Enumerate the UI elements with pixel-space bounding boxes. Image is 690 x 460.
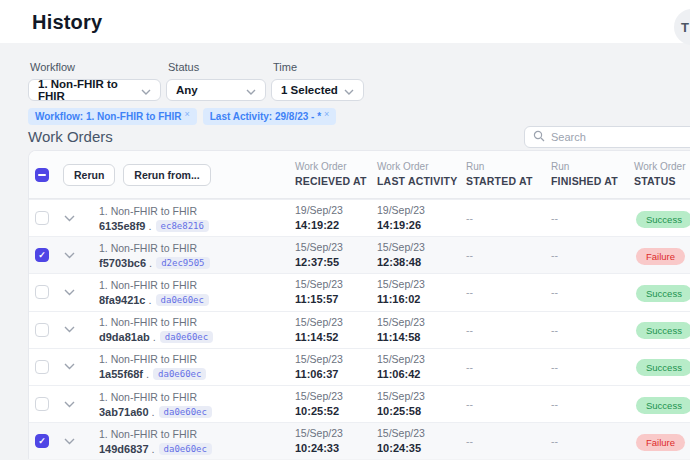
time-filter-label: Time	[273, 61, 364, 73]
status-badge: Success	[636, 322, 690, 339]
work-order-id: d9da81ab	[99, 331, 150, 343]
status-badge: Failure	[636, 248, 685, 265]
expand-chevron-icon[interactable]	[64, 289, 75, 296]
search-input[interactable]	[551, 131, 671, 143]
status-filter: Status Any	[166, 61, 266, 101]
row-checkbox[interactable]	[35, 397, 49, 411]
select-all-checkbox[interactable]	[35, 168, 49, 182]
run-started-cell: --	[466, 212, 551, 224]
last-activity-cell: 15/Sep/2310:24:35	[377, 427, 466, 455]
row-checkbox[interactable]	[35, 323, 49, 337]
work-order-cell: 1. Non-FHIR to FHIR 149d6837.da0e60ec	[83, 428, 295, 455]
status-cell: Success	[634, 395, 690, 414]
workflow-filter-label: Workflow	[30, 61, 161, 73]
run-started-cell: --	[466, 249, 551, 261]
workflow-name: 1. Non-FHIR to FHIR	[99, 279, 295, 292]
id-separator: .	[152, 443, 155, 455]
run-hash-badge[interactable]: ec8e8216	[156, 220, 209, 232]
time-select-value: 1 Selected	[281, 84, 338, 96]
last-activity-cell: 15/Sep/2311:06:42	[377, 353, 466, 381]
last-activity-cell: 19/Sep/2314:19:26	[377, 204, 466, 232]
expand-chevron-icon[interactable]	[64, 401, 75, 408]
work-order-cell: 1. Non-FHIR to FHIR f5703bc6.d2ec9505	[83, 242, 295, 269]
workflow-name: 1. Non-FHIR to FHIR	[99, 428, 295, 441]
work-order-cell: 1. Non-FHIR to FHIR 1a55f68f.da0e60ec	[83, 353, 295, 380]
last-activity-cell: 15/Sep/2311:16:02	[377, 278, 466, 306]
status-select[interactable]: Any	[166, 79, 266, 101]
chevron-down-icon	[141, 81, 151, 99]
last-activity-filter-chip[interactable]: Last Activity: 29/8/23 - * ×	[203, 108, 337, 125]
id-separator: .	[149, 257, 152, 269]
row-checkbox[interactable]	[35, 248, 49, 262]
row-checkbox[interactable]	[35, 434, 49, 448]
status-badge: Success	[636, 285, 690, 302]
run-finished-cell: --	[551, 361, 634, 373]
received-at-cell: 15/Sep/2310:24:33	[295, 427, 377, 455]
table-row: 1. Non-FHIR to FHIR 3ab71a60.da0e60ec 15…	[29, 385, 690, 422]
workflow-name: 1. Non-FHIR to FHIR	[99, 242, 295, 255]
column-header-status: Work OrderSTATUS	[634, 161, 690, 188]
work-order-id: 3ab71a60	[99, 406, 149, 418]
table-header-row: Rerun Rerun from... Work OrderRECIEVED A…	[29, 151, 690, 199]
run-hash-badge[interactable]: d2ec9505	[156, 257, 209, 269]
expand-chevron-icon[interactable]	[64, 326, 75, 333]
table-row: 1. Non-FHIR to FHIR 149d6837.da0e60ec 15…	[29, 422, 690, 459]
chevron-down-icon	[246, 81, 256, 99]
run-hash-badge[interactable]: da0e60ec	[156, 294, 209, 306]
expand-chevron-icon[interactable]	[64, 252, 75, 259]
row-checkbox[interactable]	[35, 360, 49, 374]
received-at-cell: 15/Sep/2311:06:37	[295, 353, 377, 381]
work-order-cell: 1. Non-FHIR to FHIR 6135e8f9.ec8e8216	[83, 205, 295, 232]
run-hash-badge[interactable]: da0e60ec	[153, 368, 206, 380]
run-hash-badge[interactable]: da0e60ec	[159, 443, 212, 455]
workflow-name: 1. Non-FHIR to FHIR	[99, 391, 295, 404]
page-title: History	[32, 11, 102, 34]
work-order-id: 149d6837	[99, 443, 149, 455]
workflow-name: 1. Non-FHIR to FHIR	[99, 316, 295, 329]
id-separator: .	[149, 220, 152, 232]
run-started-cell: --	[466, 398, 551, 410]
time-filter: Time 1 Selected	[271, 61, 364, 101]
rerun-from-button[interactable]: Rerun from...	[123, 164, 210, 186]
workflow-filter-chip[interactable]: Workflow: 1. Non-FHIR to FHIR ×	[28, 108, 197, 125]
workflow-filter: Workflow 1. Non-FHIR to FHIR	[28, 61, 161, 101]
search-icon	[533, 128, 545, 146]
bulk-actions-toolbar: Rerun Rerun from...	[63, 164, 295, 186]
work-order-cell: 1. Non-FHIR to FHIR 8fa9421c.da0e60ec	[83, 279, 295, 306]
expand-chevron-icon[interactable]	[64, 215, 75, 222]
status-badge: Failure	[636, 434, 685, 451]
chip-close-icon[interactable]: ×	[324, 110, 329, 119]
run-started-cell: --	[466, 324, 551, 336]
id-separator: .	[152, 406, 155, 418]
run-finished-cell: --	[551, 249, 634, 261]
chip-label: Last Activity: 29/8/23 - *	[210, 110, 321, 123]
work-order-id: 6135e8f9	[99, 220, 146, 232]
status-cell: Success	[634, 320, 690, 339]
id-separator: .	[153, 331, 156, 343]
table-row: 1. Non-FHIR to FHIR f5703bc6.d2ec9505 15…	[29, 236, 690, 273]
expand-chevron-icon[interactable]	[64, 438, 75, 445]
run-hash-badge[interactable]: da0e60ec	[159, 406, 212, 418]
search-box[interactable]	[524, 126, 690, 148]
status-filter-label: Status	[168, 61, 266, 73]
active-filter-chips: Workflow: 1. Non-FHIR to FHIR × Last Act…	[28, 108, 690, 125]
table-row: 1. Non-FHIR to FHIR d9da81ab.da0e60ec 15…	[29, 311, 690, 348]
expand-chevron-icon[interactable]	[64, 363, 75, 370]
workflow-select[interactable]: 1. Non-FHIR to FHIR	[28, 79, 161, 101]
work-order-id: 1a55f68f	[99, 368, 143, 380]
workflow-name: 1. Non-FHIR to FHIR	[99, 205, 295, 218]
run-hash-badge[interactable]: da0e60ec	[160, 331, 213, 343]
run-finished-cell: --	[551, 286, 634, 298]
last-activity-cell: 15/Sep/2310:25:58	[377, 390, 466, 418]
received-at-cell: 15/Sep/2310:25:52	[295, 390, 377, 418]
status-cell: Failure	[634, 246, 690, 265]
row-checkbox[interactable]	[35, 285, 49, 299]
row-checkbox[interactable]	[35, 211, 49, 225]
chip-close-icon[interactable]: ×	[184, 110, 189, 119]
run-finished-cell: --	[551, 398, 634, 410]
time-select[interactable]: 1 Selected	[271, 79, 364, 101]
table-row: 1. Non-FHIR to FHIR 1a55f68f.da0e60ec 15…	[29, 348, 690, 385]
avatar[interactable]: T	[674, 9, 690, 45]
rerun-button[interactable]: Rerun	[63, 164, 115, 186]
column-header-received-at: Work OrderRECIEVED AT	[295, 161, 377, 188]
